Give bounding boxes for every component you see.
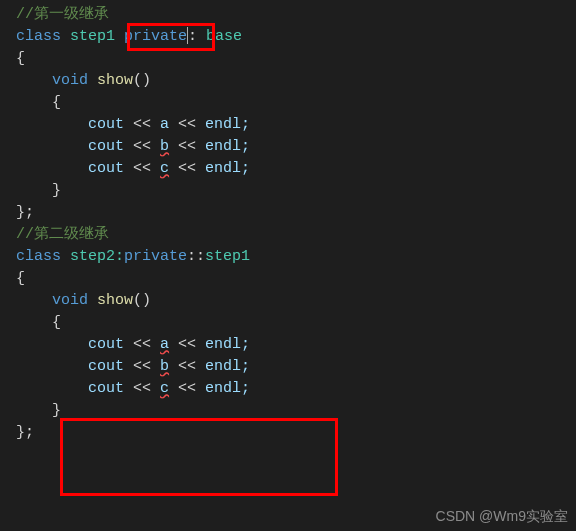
- parens: (): [133, 72, 151, 89]
- endl: endl;: [196, 116, 250, 133]
- code-line: cout << b << endl;: [0, 356, 576, 378]
- var-a: a: [151, 116, 178, 133]
- var-c-error: c: [160, 160, 169, 177]
- func-show: show: [88, 292, 133, 309]
- code-line: }: [0, 180, 576, 202]
- code-line: //第一级继承: [0, 4, 576, 26]
- code-line: cout << a << endl;: [0, 114, 576, 136]
- code-line: cout << c << endl;: [0, 158, 576, 180]
- keyword-void: void: [52, 72, 88, 89]
- var-a-error: a: [160, 336, 169, 353]
- endl: endl;: [196, 138, 250, 155]
- parens: (): [133, 292, 151, 309]
- keyword-class: class: [16, 248, 61, 265]
- code-line: cout << b << endl;: [0, 136, 576, 158]
- type-step1: step1: [205, 248, 250, 265]
- cout: cout: [88, 160, 133, 177]
- code-line: class step1 private: base: [0, 26, 576, 48]
- code-line: };: [0, 202, 576, 224]
- endl: endl;: [196, 380, 250, 397]
- code-line: }: [0, 400, 576, 422]
- code-line: //第二级继承: [0, 224, 576, 246]
- cout: cout: [88, 336, 133, 353]
- cout: cout: [88, 358, 133, 375]
- var-b-error: b: [160, 138, 169, 155]
- cout: cout: [88, 116, 133, 133]
- comment: //第一级继承: [16, 6, 109, 23]
- endl: endl;: [196, 358, 250, 375]
- colon: :: [188, 28, 206, 45]
- func-show: show: [88, 72, 133, 89]
- code-line: cout << a << endl;: [0, 334, 576, 356]
- endl: endl;: [196, 160, 250, 177]
- cout: cout: [88, 138, 133, 155]
- code-line: };: [0, 422, 576, 444]
- watermark: CSDN @Wm9实验室: [436, 505, 568, 527]
- type-step2: step2:: [61, 248, 124, 265]
- type-base: base: [206, 28, 242, 45]
- code-line: cout << c << endl;: [0, 378, 576, 400]
- var-c-error: c: [160, 380, 169, 397]
- type-step1: step1: [61, 28, 124, 45]
- code-line: {: [0, 92, 576, 114]
- cout: cout: [88, 380, 133, 397]
- endl: endl;: [196, 336, 250, 353]
- code-line: void show(): [0, 70, 576, 92]
- keyword-class: class: [16, 28, 61, 45]
- keyword-void: void: [52, 292, 88, 309]
- var-b-error: b: [160, 358, 169, 375]
- comment: //第二级继承: [16, 226, 109, 243]
- scope-op: ::: [187, 248, 205, 265]
- code-line: class step2:private::step1: [0, 246, 576, 268]
- code-line: {: [0, 268, 576, 290]
- keyword-private: private: [124, 28, 187, 45]
- code-line: {: [0, 312, 576, 334]
- keyword-private: private: [124, 248, 187, 265]
- code-line: void show(): [0, 290, 576, 312]
- code-line: {: [0, 48, 576, 70]
